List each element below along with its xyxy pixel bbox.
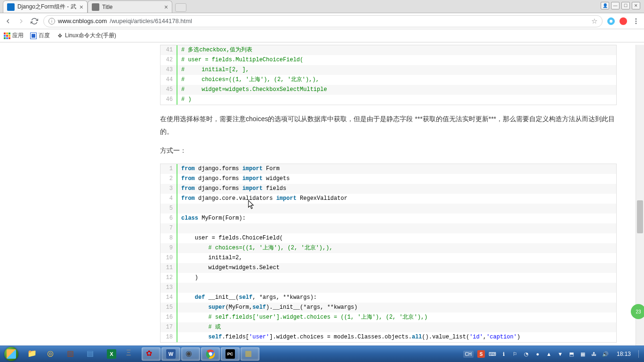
tray-language[interactable]: CH [463, 351, 474, 358]
tray-ime-icon[interactable]: S [477, 350, 485, 358]
code-line: 46# ) [161, 95, 616, 105]
new-tab-button[interactable] [175, 3, 186, 12]
menu-button[interactable] [632, 17, 640, 25]
code-line: 12 ) [161, 273, 616, 283]
task-chrome[interactable] [201, 347, 220, 361]
code-line: 11 widget=widgets.Select [161, 263, 616, 273]
tray-icon[interactable]: ● [534, 350, 541, 358]
task-pycharm[interactable]: PC [221, 347, 240, 361]
baidu-icon [30, 33, 37, 39]
task-explorer[interactable]: 📁 [23, 347, 42, 361]
window-minimize[interactable]: — [611, 2, 620, 9]
apps-grid-icon [4, 33, 10, 39]
code-line: 42# user = fields.MultipleChoiceField( [161, 55, 616, 65]
tray-icon[interactable]: ▲ [545, 350, 553, 358]
tray-icon[interactable]: ◔ [523, 350, 530, 358]
floating-notification-badge[interactable]: 23 [631, 304, 644, 319]
code-block[interactable]: 1from django.forms import Form2from djan… [160, 164, 617, 343]
article: 41# 多选checkbox,值为列表42# user = fields.Mul… [160, 45, 617, 346]
browser-tab-active[interactable]: Django之Form组件 - 武 × [3, 0, 88, 13]
code-line: 7 [161, 223, 616, 233]
bookmark-label: Linux命令大全(手册) [65, 32, 116, 40]
code-line: 2from django.forms import widgets [161, 174, 616, 184]
code-line: 5 [161, 204, 616, 214]
tab-favicon [7, 3, 15, 11]
tab-favicon [92, 3, 99, 11]
tray-network-icon[interactable]: 🖧 [590, 350, 598, 358]
tray-icon[interactable]: ℹ [500, 350, 507, 358]
task-app[interactable]: ▦ [241, 347, 259, 361]
window-close[interactable]: ✕ [632, 2, 640, 9]
task-app[interactable]: ▧ [63, 347, 81, 361]
window-maximize[interactable]: ☐ [621, 2, 630, 9]
tray-icon[interactable]: ⌨ [489, 350, 496, 358]
tray-volume-icon[interactable]: 🔊 [602, 350, 609, 358]
address-bar[interactable]: i www.cnblogs.com/wupeiqi/articles/61441… [43, 15, 603, 27]
tray-clock[interactable]: 18:13 [613, 351, 635, 357]
url-path: /wupeiqi/articles/6144178.html [110, 17, 192, 25]
browser-tab[interactable]: Title × [88, 0, 172, 13]
code-line: 15 super(MyForm,self).__init__(*args, **… [161, 303, 616, 313]
code-line: 3from django.forms import fields [161, 184, 616, 194]
extension-icon[interactable] [607, 17, 615, 25]
task-app[interactable]: ▤ [82, 347, 101, 361]
tray-icon[interactable]: ▦ [579, 350, 587, 358]
bookmarks-bar: 应用 百度 ❖ Linux命令大全(手册) [0, 29, 644, 42]
reload-button[interactable] [30, 17, 39, 25]
svg-point-2 [636, 23, 637, 24]
code-line: 1from django.forms import Form [161, 164, 616, 174]
task-app[interactable]: ✿ [142, 347, 161, 361]
tray-icon[interactable]: ⚐ [511, 350, 519, 358]
code-line: 18 self.fields['user'].widget.choices = … [161, 332, 616, 342]
task-app[interactable]: Ξ [122, 347, 141, 361]
task-excel[interactable]: X [102, 347, 121, 361]
bookmark-star-icon[interactable]: ☆ [591, 17, 597, 25]
start-button[interactable] [0, 346, 23, 362]
code-block[interactable]: 41# 多选checkbox,值为列表42# user = fields.Mul… [160, 45, 617, 105]
system-tray: CH S ⌨ ℹ ⚐ ◔ ● ▲ ▼ ⬒ ▦ 🖧 🔊 18:13 [463, 350, 644, 358]
code-line: 4from django.core.validators import Rege… [161, 194, 616, 204]
tray-icon[interactable]: ⬒ [568, 350, 575, 358]
tab-title: Django之Form组件 - 武 [17, 3, 77, 11]
task-app[interactable]: ◎ [43, 347, 62, 361]
back-button[interactable] [4, 17, 12, 25]
tray-icon[interactable]: ▼ [556, 350, 564, 358]
windows-orb-icon [4, 347, 18, 361]
code-line: 6class MyForm(Form): [161, 214, 616, 223]
code-line: 13 [161, 283, 616, 293]
site-info-icon[interactable]: i [48, 18, 55, 25]
svg-point-1 [636, 20, 637, 22]
window-controls: 👤 — ☐ ✕ [601, 2, 640, 9]
scrollbar-thumb[interactable] [637, 200, 643, 233]
show-desktop-button[interactable] [638, 350, 642, 358]
window-user-icon[interactable]: 👤 [601, 2, 609, 9]
browser-toolbar: i www.cnblogs.com/wupeiqi/articles/61441… [0, 13, 644, 29]
paragraph: 方式一： [160, 144, 617, 157]
tab-title: Title [102, 4, 161, 10]
bookmark-apps[interactable]: 应用 [4, 32, 24, 40]
vertical-scrollbar[interactable] [636, 45, 644, 346]
code-line: 17 # 或 [161, 322, 616, 332]
tab-close-icon[interactable]: × [80, 3, 83, 11]
page-content[interactable]: 41# 多选checkbox,值为列表42# user = fields.Mul… [0, 45, 636, 346]
terminal-icon: ❖ [56, 33, 63, 39]
code-line: 9 # choices=((1, '上海'), (2, '北京'),), [161, 243, 616, 253]
extension-icon[interactable] [620, 17, 627, 25]
forward-button[interactable] [17, 17, 25, 25]
tab-close-icon[interactable]: × [164, 3, 168, 11]
browser-tabstrip: Django之Form组件 - 武 × Title × [0, 0, 644, 13]
code-line: 14 def __init__(self, *args, **kwargs): [161, 293, 616, 303]
task-app[interactable]: ◉ [181, 347, 200, 361]
code-line: 43# initial=[2, ], [161, 65, 616, 75]
bookmark-linux[interactable]: ❖ Linux命令大全(手册) [56, 32, 116, 40]
code-line: 16 # self.fields['user'].widget.choices … [161, 313, 616, 322]
page-viewport: 41# 多选checkbox,值为列表42# user = fields.Mul… [0, 45, 644, 346]
svg-point-0 [636, 18, 637, 20]
bookmark-baidu[interactable]: 百度 [30, 32, 50, 40]
code-line: 44# choices=((1, '上海'), (2, '北京'),), [161, 75, 616, 85]
code-line: 10 initial=2, [161, 253, 616, 263]
code-line: 8 user = fields.ChoiceField( [161, 233, 616, 243]
bookmark-label: 应用 [12, 32, 24, 40]
task-word[interactable]: W [161, 347, 180, 361]
url-domain: www.cnblogs.com [58, 17, 107, 25]
